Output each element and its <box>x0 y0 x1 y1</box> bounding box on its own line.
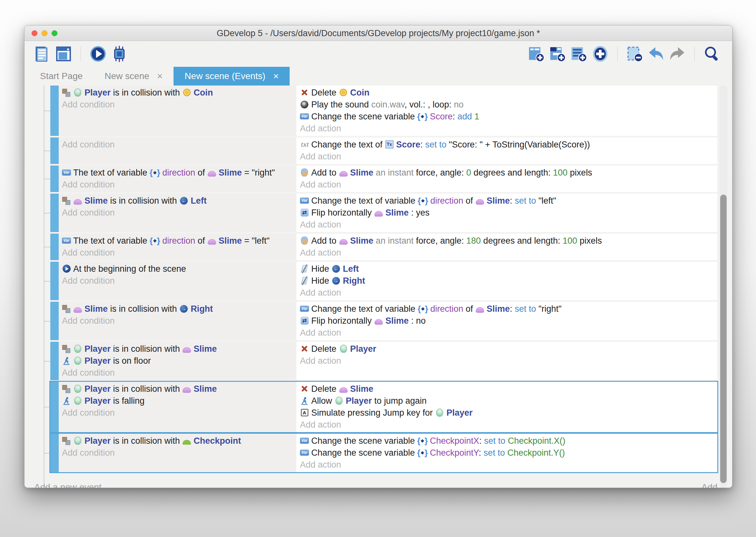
action-line[interactable]: ⇄Flip horizontally Slime : yes <box>300 207 713 219</box>
action-line[interactable]: Hide →Right <box>300 275 713 287</box>
add-action-button[interactable]: Add action <box>300 287 713 299</box>
force-icon <box>300 236 309 245</box>
preview-button[interactable] <box>89 45 107 62</box>
add-action-button[interactable]: Add action <box>300 123 713 135</box>
event-row[interactable]: Slime is in collision with →RightAdd con… <box>50 302 717 340</box>
add-condition-button[interactable]: Add condition <box>62 407 292 419</box>
condition-line[interactable]: Slime is in collision with →Right <box>62 303 292 315</box>
condition-line[interactable]: Player is on floor <box>62 355 292 367</box>
action-line[interactable]: ASimulate pressing Jump key for Player <box>300 407 713 419</box>
add-action-button[interactable]: Add action <box>300 459 713 471</box>
event-selection-bar[interactable] <box>50 382 59 432</box>
action-line[interactable]: Allow Player to jump again <box>300 395 713 407</box>
add-action-button[interactable]: Add action <box>300 247 713 259</box>
condition-line[interactable]: Player is in collision with Coin <box>62 87 292 99</box>
event-row[interactable]: Player is in collision with SlimePlayer … <box>50 342 717 380</box>
tab-new-scene-events[interactable]: New scene (Events) × <box>173 67 290 86</box>
event-selection-bar[interactable] <box>50 262 59 300</box>
add-new-event-button[interactable]: Add a new event <box>34 482 101 488</box>
condition-line[interactable]: Player is in collision with Slime <box>62 343 292 355</box>
slime-icon <box>208 168 216 177</box>
action-line[interactable]: Add to Slime an instant force, angle: 18… <box>300 235 713 247</box>
vertical-scrollbar[interactable] <box>720 86 727 488</box>
project-manager-button[interactable] <box>34 45 51 62</box>
add-action-button[interactable]: Add action <box>300 327 713 339</box>
add-event-button[interactable] <box>528 45 545 62</box>
event-row[interactable]: Player is in collision with CoinAdd cond… <box>50 86 717 136</box>
action-line[interactable]: Hide ←Left <box>300 263 713 275</box>
debug-button[interactable] <box>111 45 128 62</box>
action-line[interactable]: Delete Slime <box>300 383 713 395</box>
condition-line[interactable]: Player is in collision with Slime <box>62 383 292 395</box>
toolbar-right-group <box>528 45 721 62</box>
event-selection-bar[interactable] <box>50 194 59 232</box>
instruction-text: At the beginning of the scene <box>73 264 186 274</box>
event-row[interactable]: At the beginning of the sceneAdd conditi… <box>50 262 717 300</box>
event-selection-bar[interactable] <box>50 138 59 164</box>
event-selection-bar[interactable] <box>50 302 59 340</box>
instruction-text: The text of variable <box>73 236 150 246</box>
event-selection-bar[interactable] <box>50 234 59 260</box>
add-condition-button[interactable]: Add condition <box>62 179 292 191</box>
event-row[interactable]: Player is in collision with SlimePlayer … <box>50 382 717 432</box>
close-tab-icon[interactable]: × <box>157 71 163 81</box>
action-line[interactable]: VarChange the scene variable {◆}Checkpoi… <box>300 435 713 447</box>
choose-event-button[interactable] <box>591 45 609 62</box>
event-row[interactable]: VarThe text of variable {◆}direction of … <box>50 234 717 260</box>
collision-icon <box>62 384 71 393</box>
event-selection-bar[interactable] <box>50 86 59 136</box>
redo-button[interactable] <box>668 45 686 62</box>
action-line[interactable]: Delete Player <box>300 343 713 355</box>
event-row[interactable]: Player is in collision with CheckpointAd… <box>50 434 717 472</box>
scene-editor-button[interactable] <box>55 45 72 62</box>
condition-line[interactable]: Slime is in collision with ←Left <box>62 195 292 207</box>
event-selection-bar[interactable] <box>50 434 59 472</box>
event-row[interactable]: VarThe text of variable {◆}direction of … <box>50 166 717 192</box>
event-row[interactable]: Slime is in collision with ←LeftAdd cond… <box>50 194 717 232</box>
search-button[interactable] <box>703 45 721 62</box>
condition-line[interactable]: VarThe text of variable {◆}direction of … <box>62 235 292 247</box>
delete-event-button[interactable] <box>626 45 643 62</box>
add-condition-button[interactable]: Add condition <box>62 207 292 219</box>
object-name: Player <box>85 88 111 98</box>
add-comment-button[interactable] <box>570 45 587 62</box>
add-subevent-button[interactable] <box>549 45 566 62</box>
scrollbar-thumb[interactable] <box>720 195 727 483</box>
add-action-button[interactable]: Add action <box>300 179 713 191</box>
close-tab-icon[interactable]: × <box>273 71 279 81</box>
tab-bar: Start Page New scene × New scene (Events… <box>24 67 732 86</box>
action-line[interactable]: txtChange the text of TxScore: set to "S… <box>300 139 713 151</box>
undo-button[interactable] <box>647 45 665 62</box>
event-selection-bar[interactable] <box>50 342 59 380</box>
action-line[interactable]: Add to Slime an instant force, angle: 0 … <box>300 167 713 179</box>
add-condition-button[interactable]: Add condition <box>62 447 292 459</box>
add-condition-button[interactable]: Add condition <box>62 315 292 327</box>
condition-line[interactable]: VarThe text of variable {◆}direction of … <box>62 167 292 179</box>
add-condition-button[interactable]: Add condition <box>62 275 292 287</box>
action-line[interactable]: ⇄Flip horizontally Slime : no <box>300 315 713 327</box>
event-selection-bar[interactable] <box>50 166 59 192</box>
action-line[interactable]: Delete Coin <box>300 87 713 99</box>
parameter-value: an instant <box>373 168 416 178</box>
action-line[interactable]: Play the sound coin.wav, vol.: , loop: n… <box>300 99 713 111</box>
add-condition-button[interactable]: Add condition <box>62 367 292 379</box>
add-condition-button[interactable]: Add condition <box>62 139 292 151</box>
condition-line[interactable]: At the beginning of the scene <box>62 263 292 275</box>
add-action-button[interactable]: Add action <box>300 151 713 163</box>
instruction-text: Hide <box>311 264 331 274</box>
add-action-button[interactable]: Add action <box>300 355 713 367</box>
condition-line[interactable]: Player is in collision with Checkpoint <box>62 435 292 447</box>
action-line[interactable]: VarChange the scene variable {◆}Score: a… <box>300 111 713 123</box>
action-line[interactable]: VarChange the text of variable {◆}direct… <box>300 195 713 207</box>
object-name: Score <box>396 140 420 149</box>
add-condition-button[interactable]: Add condition <box>62 247 292 259</box>
condition-line[interactable]: Player is falling <box>62 395 292 407</box>
add-action-button[interactable]: Add action <box>300 419 713 431</box>
event-row[interactable]: Add conditiontxtChange the text of TxSco… <box>50 138 717 164</box>
tab-new-scene[interactable]: New scene × <box>94 67 173 86</box>
tab-start-page[interactable]: Start Page <box>29 67 94 86</box>
add-condition-button[interactable]: Add condition <box>62 99 292 111</box>
action-line[interactable]: VarChange the text of variable {◆}direct… <box>300 303 713 315</box>
add-action-button[interactable]: Add action <box>300 219 713 231</box>
action-line[interactable]: VarChange the scene variable {◆}Checkpoi… <box>300 447 713 459</box>
